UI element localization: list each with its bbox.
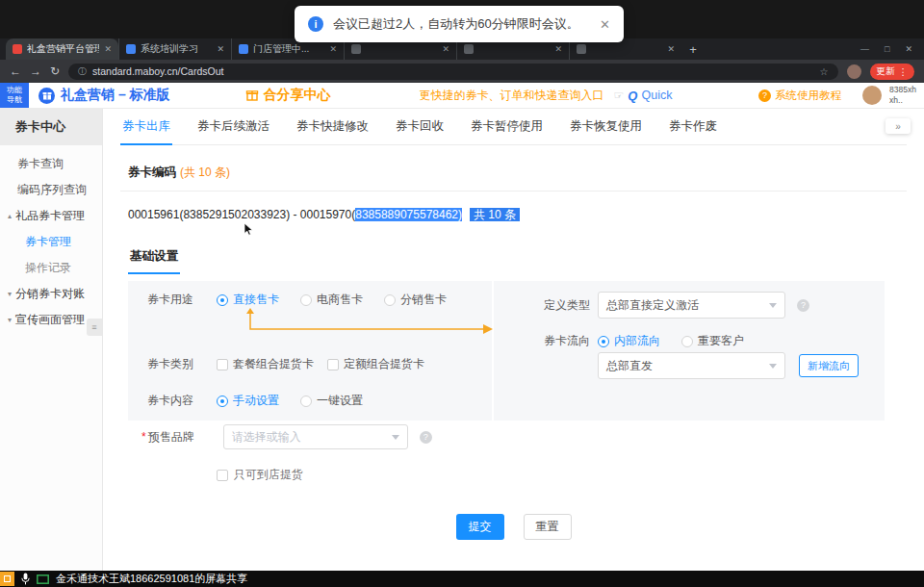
radio-manual-setup[interactable]: 手动设置 xyxy=(217,393,279,409)
reset-button[interactable]: 重置 xyxy=(524,514,572,540)
main-content: 券卡出库 券卡后续激活 券卡快捷修改 券卡回收 券卡暂停使用 券卡恢复使用 券卡… xyxy=(103,109,924,571)
gift-icon xyxy=(245,89,259,102)
checkbox-icon xyxy=(217,359,228,370)
tab-title: 系统培训学习 xyxy=(141,42,212,56)
card-flow-row: 券卡流向 内部流向 重要客户 xyxy=(544,333,765,349)
radio-one-click-setup[interactable]: 一键设置 xyxy=(300,393,363,409)
tab-close-icon[interactable]: ✕ xyxy=(217,44,224,54)
microphone-icon xyxy=(21,573,30,585)
info-icon[interactable]: ? xyxy=(797,299,809,312)
radio-icon xyxy=(384,294,396,306)
quick-link[interactable]: ☞ Q Quick xyxy=(614,89,673,103)
card-content-row: 券卡内容 手动设置 一键设置 xyxy=(147,393,384,409)
tab-card-quick-edit[interactable]: 券卡快捷修改 xyxy=(295,118,371,144)
annotation-arrow xyxy=(243,308,499,339)
site-info-icon[interactable]: ⓘ xyxy=(78,65,87,78)
tab-card-later-activate[interactable]: 券卡后续激活 xyxy=(195,118,271,144)
toast-message: 会议已超过2人，自动转为60分钟限时会议。 xyxy=(333,15,579,33)
card-codes-section-title: 券卡编码(共 10 条) xyxy=(128,165,924,181)
tab-close-icon[interactable]: ✕ xyxy=(442,44,449,54)
presale-brand-select[interactable]: 请选择或输入 xyxy=(223,424,408,449)
tab-card-void[interactable]: 券卡作废 xyxy=(667,118,719,144)
new-tab-button[interactable]: + xyxy=(681,38,705,60)
card-content-label: 券卡内容 xyxy=(147,393,193,409)
chevron-down-icon: ▾ xyxy=(8,290,12,298)
bookmark-star-icon[interactable]: ☆ xyxy=(820,66,829,77)
tab-close-icon[interactable]: ✕ xyxy=(104,44,112,54)
required-asterisk: * xyxy=(141,430,146,444)
minimize-icon[interactable]: — xyxy=(860,44,869,54)
tab-card-suspend[interactable]: 券卡暂停使用 xyxy=(469,118,545,144)
reload-icon[interactable]: ↻ xyxy=(50,64,60,78)
radio-direct-sale[interactable]: 直接售卡 xyxy=(217,292,279,308)
app-brand-title[interactable]: 礼盒营销 – 标准版 xyxy=(61,87,170,104)
sidebar-group-distribution-card[interactable]: ▾ 分销券卡对账 xyxy=(0,281,102,307)
meeting-toast: i 会议已超过2人，自动转为60分钟限时会议。 ✕ xyxy=(295,6,624,42)
app-logo-icon xyxy=(38,88,55,104)
tab-favicon xyxy=(13,44,22,54)
sidebar-item-card-query[interactable]: 券卡查询 xyxy=(0,151,102,177)
card-category-label: 券卡类别 xyxy=(147,356,193,372)
radio-distribution-sale[interactable]: 分销售卡 xyxy=(384,292,447,308)
mouse-cursor xyxy=(244,222,253,240)
browser-address-bar: ← → ↻ ⓘ standard.maboy.cn/CardsOut ☆ 更新 … xyxy=(0,60,924,83)
basic-settings-section-tab[interactable]: 基础设置 xyxy=(128,248,180,274)
radio-internal-flow[interactable]: 内部流向 xyxy=(598,333,660,349)
checkbox-package-combo-card[interactable]: 套餐组合提货卡 xyxy=(217,356,314,372)
url-text: standard.maboy.cn/CardsOut xyxy=(92,65,223,77)
checkbox-fixed-amount-combo-card[interactable]: 定额组合提货卡 xyxy=(327,356,424,372)
card-usage-row: 券卡用途 直接售卡 电商售卡 分销售卡 xyxy=(147,292,468,308)
tab-favicon xyxy=(464,44,474,54)
browser-profile-avatar[interactable] xyxy=(847,64,861,79)
tab-close-icon[interactable]: ✕ xyxy=(667,44,675,54)
chevron-down-icon: ▾ xyxy=(8,316,12,324)
collapse-panel-button[interactable]: » xyxy=(886,118,911,134)
chevron-down-icon xyxy=(392,435,399,440)
add-flow-button[interactable]: 新增流向 xyxy=(799,354,859,377)
sidebar-item-operation-log[interactable]: 操作记录 xyxy=(0,255,102,281)
browser-update-badge[interactable]: 更新 ⋮ xyxy=(870,64,915,80)
sidebar-item-code-sequence-query[interactable]: 编码序列查询 xyxy=(0,177,102,203)
quick-logo: Q xyxy=(628,89,637,103)
radio-ecommerce-sale[interactable]: 电商售卡 xyxy=(300,292,363,308)
function-nav-toggle[interactable]: 功能 导航 xyxy=(0,83,29,108)
chevron-down-icon xyxy=(769,303,777,308)
radio-icon xyxy=(598,336,609,347)
share-center-link[interactable]: 合分享中心 xyxy=(245,87,331,104)
radio-icon xyxy=(217,294,228,306)
tab-close-icon[interactable]: ✕ xyxy=(554,44,562,54)
tutorial-link[interactable]: ? 系统使用教程 xyxy=(758,89,841,103)
count-badge: 共 10 条 xyxy=(470,208,520,221)
sidebar-item-card-management[interactable]: 券卡管理 xyxy=(0,229,102,255)
card-flow-select-row: 总部直发 新增流向 xyxy=(598,352,859,379)
forward-icon[interactable]: → xyxy=(30,64,41,78)
share-app-icon xyxy=(0,572,14,586)
radio-icon xyxy=(300,396,312,407)
submit-button[interactable]: 提交 xyxy=(456,514,504,540)
info-icon[interactable]: ? xyxy=(420,431,432,444)
presale-brand-label: 预售品牌 xyxy=(148,429,194,446)
radio-icon xyxy=(300,294,312,306)
card-code-range: 00015961(8385291502033923) - 00015970(83… xyxy=(128,207,924,223)
definition-type-select[interactable]: 总部直接定义激活 xyxy=(598,292,785,319)
toast-close-icon[interactable]: ✕ xyxy=(600,17,610,32)
back-icon[interactable]: ← xyxy=(10,64,21,78)
sidebar-group-gift-card-mgmt[interactable]: ▴ 礼品券卡管理 xyxy=(0,203,102,229)
url-input[interactable]: ⓘ standard.maboy.cn/CardsOut ☆ xyxy=(68,64,837,80)
chevron-up-icon: ▴ xyxy=(8,212,12,220)
browser-tab[interactable]: 系统培训学习 ✕ xyxy=(118,38,231,60)
tab-close-icon[interactable]: ✕ xyxy=(329,44,337,54)
sidebar-collapse-handle[interactable]: ≡ xyxy=(87,319,102,336)
tab-favicon xyxy=(239,44,248,54)
tab-card-outbound[interactable]: 券卡出库 xyxy=(120,118,172,145)
question-circle-icon: ? xyxy=(758,89,771,102)
browser-tab[interactable]: 礼盒营销平台管理中... ✕ xyxy=(6,38,118,60)
maximize-icon[interactable]: □ xyxy=(885,44,889,54)
tab-card-resume[interactable]: 券卡恢复使用 xyxy=(568,118,644,144)
user-avatar[interactable] xyxy=(862,86,882,105)
close-window-icon[interactable]: ✕ xyxy=(905,44,912,54)
flow-select[interactable]: 总部直发 xyxy=(598,352,785,379)
store-pickup-only-row[interactable]: 只可到店提货 xyxy=(217,467,303,483)
tab-card-recycle[interactable]: 券卡回收 xyxy=(394,118,446,144)
radio-important-customer[interactable]: 重要客户 xyxy=(681,333,744,349)
